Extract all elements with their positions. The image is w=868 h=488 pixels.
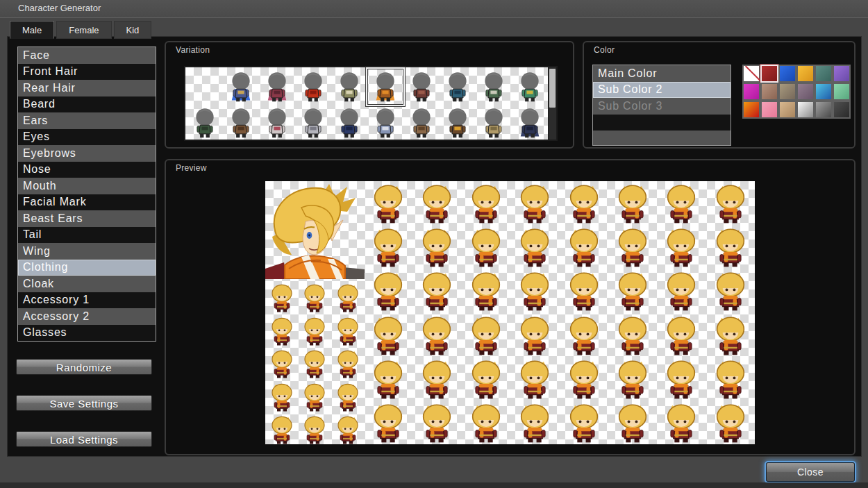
variation-scrollbar-thumb[interactable] [549, 69, 556, 108]
color-swatch[interactable] [833, 65, 851, 83]
parts-list-item-ears[interactable]: Ears [18, 112, 156, 129]
variation-sprite [227, 71, 255, 103]
color-swatch[interactable] [815, 101, 833, 119]
parts-list-item-face[interactable]: Face [18, 47, 156, 64]
parts-list-item-accessory-1[interactable]: Accessory 1 [18, 292, 156, 309]
parts-list: FaceFront HairRear HairBeardEarsEyesEyeb… [17, 47, 156, 342]
parts-list-item-eyes[interactable]: Eyes [18, 129, 156, 146]
save-settings-button[interactable]: Save Settings [16, 395, 152, 411]
variation-thumb[interactable] [440, 69, 476, 105]
character-sprite [468, 359, 504, 399]
character-sprite [712, 183, 749, 224]
color-swatch[interactable] [796, 101, 815, 119]
variation-thumb-empty[interactable] [187, 69, 223, 105]
character-sprite [615, 183, 651, 224]
color-swatch[interactable] [778, 65, 796, 83]
character-sprite [566, 403, 602, 443]
color-swatch[interactable] [833, 101, 851, 119]
variation-sprite [444, 71, 471, 103]
color-channel-sub-color-2[interactable]: Sub Color 2 [593, 82, 731, 99]
character-sprite [615, 359, 651, 399]
variation-panel: Variation [165, 41, 574, 149]
variation-thumb[interactable] [512, 69, 548, 105]
color-panel-label: Color [594, 45, 615, 55]
color-swatch[interactable] [778, 83, 796, 101]
variation-thumb[interactable] [476, 69, 512, 105]
variation-thumb[interactable] [440, 105, 476, 141]
main-frame: FaceFront HairRear HairBeardEarsEyesEyeb… [7, 36, 862, 457]
variation-thumb[interactable] [512, 105, 548, 141]
parts-list-item-eyebrows[interactable]: Eyebrows [18, 145, 156, 162]
color-swatch[interactable] [760, 83, 778, 101]
parts-list-item-beast-ears[interactable]: Beast Ears [18, 210, 156, 227]
parts-list-item-glasses[interactable]: Glasses [18, 325, 156, 342]
variation-sprite [408, 71, 435, 103]
parts-list-item-clothing[interactable]: Clothing [18, 260, 156, 276]
color-swatch[interactable] [796, 65, 815, 83]
parts-list-item-facial-mark[interactable]: Facial Mark [18, 194, 156, 211]
variation-sprite [299, 108, 327, 140]
variation-thumb[interactable] [367, 69, 403, 105]
color-swatch[interactable] [742, 83, 760, 101]
parts-list-item-mouth[interactable]: Mouth [18, 178, 156, 194]
parts-list-item-cloak[interactable]: Cloak [18, 276, 156, 292]
parts-list-item-wing[interactable]: Wing [18, 243, 156, 260]
variation-thumb[interactable] [259, 105, 295, 141]
character-sprite [517, 271, 553, 311]
character-sprite [301, 415, 328, 444]
variation-scrollbar[interactable] [548, 67, 556, 140]
variation-thumb[interactable] [331, 105, 367, 141]
variation-thumb[interactable] [476, 105, 512, 141]
tab-male[interactable]: Male [10, 21, 54, 39]
character-sprite [335, 415, 361, 444]
character-sprite [269, 317, 295, 346]
parts-list-item-accessory-2[interactable]: Accessory 2 [18, 308, 156, 325]
character-sprite [335, 382, 361, 412]
parts-list-item-beard[interactable]: Beard [18, 96, 156, 113]
color-swatch[interactable] [815, 65, 833, 83]
character-sprite [712, 271, 749, 311]
color-panel: Color Main ColorSub Color 2Sub Color 3 [583, 41, 856, 149]
character-sprite [663, 183, 699, 224]
character-sprite [370, 183, 406, 224]
color-channel-main-color[interactable]: Main Color [593, 65, 731, 82]
color-swatch[interactable] [833, 83, 851, 101]
variation-thumb[interactable] [367, 105, 403, 141]
color-channel-list: Main ColorSub Color 2Sub Color 3 [592, 65, 731, 146]
variation-thumb[interactable] [295, 69, 331, 105]
variation-thumb[interactable] [223, 105, 259, 141]
color-channel-empty [593, 115, 731, 131]
color-channel-sub-color-3[interactable]: Sub Color 3 [593, 98, 731, 115]
character-sprite [419, 315, 455, 355]
color-swatch[interactable] [742, 101, 760, 119]
color-swatch[interactable] [760, 101, 778, 119]
randomize-button[interactable]: Randomize [16, 359, 152, 375]
variation-thumb[interactable] [403, 105, 440, 141]
variation-thumb[interactable] [295, 105, 331, 141]
parts-list-item-nose[interactable]: Nose [18, 162, 156, 178]
parts-list-item-rear-hair[interactable]: Rear Hair [18, 80, 156, 96]
character-sprite [566, 183, 602, 224]
parts-list-item-tail[interactable]: Tail [18, 227, 156, 244]
variation-thumb[interactable] [403, 69, 440, 105]
load-settings-button[interactable]: Load Settings [16, 431, 152, 447]
character-sprite [517, 183, 553, 224]
variation-sprite [444, 108, 471, 140]
swatch-none[interactable] [742, 65, 760, 83]
tab-female[interactable]: Female [56, 21, 111, 39]
character-sprite [663, 271, 699, 311]
color-swatch[interactable] [760, 65, 778, 83]
color-swatch[interactable] [815, 83, 833, 101]
variation-thumb[interactable] [331, 69, 367, 105]
tab-kid[interactable]: Kid [114, 21, 152, 39]
variation-thumb[interactable] [223, 69, 259, 105]
parts-list-item-front-hair[interactable]: Front Hair [18, 64, 156, 81]
variation-sprite [480, 71, 508, 103]
variation-thumb[interactable] [187, 105, 223, 141]
variation-thumb[interactable] [259, 69, 295, 105]
close-button[interactable]: Close [766, 462, 855, 482]
color-swatch[interactable] [796, 83, 815, 101]
color-swatch[interactable] [778, 101, 796, 119]
character-sprite [370, 403, 406, 443]
character-sprite [615, 403, 651, 443]
